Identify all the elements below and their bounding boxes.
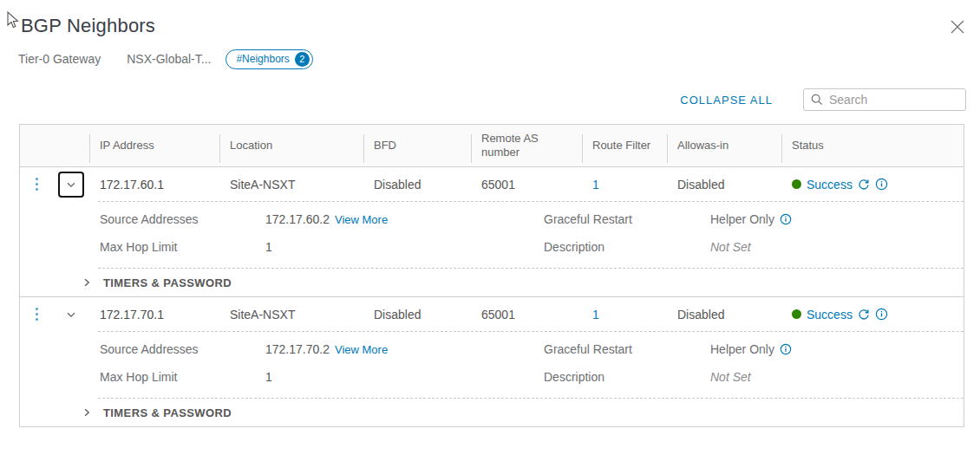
timers-password-section[interactable]: TIMERS & PASSWORD <box>20 399 964 426</box>
table-row: 172.17.70.1 SiteA-NSXT Disabled 65001 1 … <box>20 297 964 331</box>
cell-bfd: Disabled <box>363 308 471 321</box>
route-filter-link[interactable]: 1 <box>592 178 599 192</box>
page-title: BGP Neighbors <box>21 15 155 37</box>
search-box[interactable] <box>803 88 966 111</box>
graceful-restart-label: Graceful Restart <box>544 342 710 356</box>
timers-password-label: TIMERS & PASSWORD <box>103 406 232 419</box>
toolbar: COLLAPSE ALL <box>680 87 966 113</box>
column-header-allowas-in[interactable]: Allowas-in <box>667 125 781 166</box>
max-hop-limit-value: 1 <box>265 240 544 254</box>
chevron-down-icon <box>65 179 77 191</box>
cell-remote-as: 65001 <box>471 308 582 321</box>
source-addresses-label: Source Addresses <box>100 212 265 226</box>
graceful-restart-info-button[interactable] <box>780 343 792 355</box>
refresh-icon <box>858 179 870 191</box>
cell-allowas-in: Disabled <box>667 308 781 321</box>
graceful-restart-info-button[interactable] <box>780 213 792 225</box>
status-info-button[interactable] <box>875 178 888 191</box>
source-addresses-value: 172.17.70.2 <box>265 342 330 356</box>
info-icon <box>780 213 792 225</box>
refresh-status-button[interactable] <box>858 179 870 191</box>
timers-password-section[interactable]: TIMERS & PASSWORD <box>20 269 964 296</box>
graceful-restart-label: Graceful Restart <box>544 212 710 226</box>
status-link[interactable]: Success <box>807 178 853 192</box>
row-menu-button[interactable] <box>30 303 43 325</box>
description-label: Description <box>544 370 710 384</box>
refresh-status-button[interactable] <box>858 308 870 321</box>
column-header-bfd[interactable]: BFD <box>363 125 471 166</box>
kebab-icon <box>36 178 38 191</box>
column-header-location[interactable]: Location <box>219 125 363 166</box>
breadcrumb: Tier-0 Gateway NSX-Global-T... #Neighbor… <box>18 49 313 69</box>
badge-count: 2 <box>295 52 310 67</box>
cell-allowas-in: Disabled <box>667 178 781 192</box>
description-value: Not Set <box>710 240 964 254</box>
route-filter-link[interactable]: 1 <box>592 308 599 321</box>
max-hop-limit-value: 1 <box>265 370 544 384</box>
graceful-restart-value: Helper Only <box>710 342 774 356</box>
info-icon <box>875 308 888 321</box>
row-menu-button[interactable] <box>30 173 43 195</box>
neighbor-details: Source Addresses 172.17.60.2 View More G… <box>20 202 964 268</box>
graceful-restart-value: Helper Only <box>710 212 774 226</box>
source-addresses-value: 172.17.60.2 <box>265 212 330 226</box>
neighbor-row-group: 172.17.60.1 SiteA-NSXT Disabled 65001 1 … <box>20 167 964 297</box>
status-success-dot <box>792 309 801 319</box>
table-header-row: IP Address Location BFD Remote AS number… <box>20 125 964 167</box>
column-header-actions <box>20 125 53 166</box>
timers-password-label: TIMERS & PASSWORD <box>103 276 232 289</box>
chevron-right-icon <box>82 407 92 418</box>
badge-label: #Neighbors <box>236 53 289 65</box>
collapse-all-button[interactable]: COLLAPSE ALL <box>680 94 773 107</box>
cell-location: SiteA-NSXT <box>219 178 363 192</box>
breadcrumb-gateway-type: Tier-0 Gateway <box>18 52 101 66</box>
bgp-neighbors-table: IP Address Location BFD Remote AS number… <box>19 124 964 427</box>
status-info-button[interactable] <box>875 308 888 321</box>
column-header-remote-as[interactable]: Remote AS number <box>471 125 582 166</box>
chevron-right-icon <box>82 277 92 288</box>
kebab-icon <box>36 308 38 321</box>
refresh-icon <box>858 308 870 321</box>
cell-location: SiteA-NSXT <box>219 308 363 321</box>
search-input[interactable] <box>829 93 958 107</box>
max-hop-limit-label: Max Hop Limit <box>100 370 265 384</box>
cell-ip-address: 172.17.60.1 <box>89 178 219 192</box>
status-success-dot <box>792 179 801 189</box>
collapse-row-button[interactable] <box>58 172 84 198</box>
neighbor-details: Source Addresses 172.17.70.2 View More G… <box>20 332 964 398</box>
collapse-row-button[interactable] <box>58 302 84 328</box>
info-icon <box>780 343 792 355</box>
breadcrumb-gateway-name: NSX-Global-T... <box>127 52 211 66</box>
close-icon <box>950 19 965 35</box>
close-button[interactable] <box>949 19 966 36</box>
cell-remote-as: 65001 <box>471 178 582 192</box>
table-row: 172.17.60.1 SiteA-NSXT Disabled 65001 1 … <box>20 167 964 201</box>
mouse-cursor-icon <box>7 11 20 29</box>
info-icon <box>875 178 888 191</box>
column-header-status[interactable]: Status <box>781 125 964 166</box>
chevron-down-icon <box>65 308 77 321</box>
description-label: Description <box>544 240 710 254</box>
column-header-route-filter[interactable]: Route Filter <box>582 125 667 166</box>
view-more-link[interactable]: View More <box>335 343 388 356</box>
description-value: Not Set <box>710 370 964 384</box>
cell-ip-address: 172.17.70.1 <box>89 308 219 321</box>
search-icon <box>811 94 823 106</box>
cell-bfd: Disabled <box>363 178 471 192</box>
view-more-link[interactable]: View More <box>335 213 388 226</box>
status-link[interactable]: Success <box>807 308 853 321</box>
column-header-expand <box>53 125 89 166</box>
column-header-ip-address[interactable]: IP Address <box>89 125 219 166</box>
neighbors-count-badge[interactable]: #Neighbors 2 <box>225 49 312 69</box>
neighbor-row-group: 172.17.70.1 SiteA-NSXT Disabled 65001 1 … <box>20 297 964 426</box>
max-hop-limit-label: Max Hop Limit <box>100 240 265 254</box>
source-addresses-label: Source Addresses <box>100 342 265 356</box>
